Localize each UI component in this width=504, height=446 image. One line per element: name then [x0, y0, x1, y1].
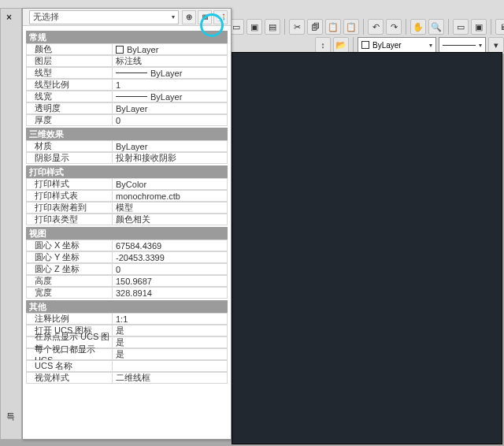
- property-label: 高度: [26, 275, 113, 287]
- chevron-down-icon: ▾: [429, 42, 432, 49]
- section-header[interactable]: 常规: [26, 31, 228, 43]
- property-value-text: monochrome.ctb: [116, 191, 180, 201]
- property-row: UCS 名称: [26, 360, 228, 372]
- property-row: 圆心 Y 坐标-20453.3399: [26, 251, 228, 263]
- section-header[interactable]: 三维效果: [26, 128, 228, 140]
- color-swatch-icon: [116, 46, 124, 54]
- pan-button[interactable]: ✋: [410, 19, 426, 35]
- property-value[interactable]: ByLayer: [113, 140, 228, 152]
- property-value[interactable]: 328.8914: [113, 287, 228, 299]
- layer-color-dropdown[interactable]: ByLayer ▾: [358, 37, 436, 53]
- property-row: 圆心 Z 坐标0: [26, 263, 228, 275]
- selection-dropdown[interactable]: 无选择 ▾: [29, 10, 179, 24]
- tool-btn[interactable]: ▣: [246, 19, 262, 35]
- property-value-text: 150.9687: [116, 277, 152, 286]
- toggle-pim-button[interactable]: ⧉: [198, 10, 212, 24]
- property-value[interactable]: monochrome.ctb: [113, 190, 228, 202]
- section-header[interactable]: 打印样式: [26, 165, 228, 178]
- property-value-text: 0: [116, 116, 120, 125]
- property-label: 每个视口都显示 UCS: [26, 348, 113, 360]
- select-objects-button[interactable]: 📑: [213, 10, 228, 24]
- property-value-text: ByLayer: [127, 45, 158, 54]
- tool-btn[interactable]: 🗐: [307, 19, 323, 35]
- close-icon[interactable]: ×: [6, 12, 12, 23]
- property-value[interactable]: -20453.3399: [113, 251, 228, 263]
- property-row: 打印表类型颜色相关: [26, 214, 228, 225]
- tool-btn[interactable]: ▤: [265, 19, 280, 35]
- property-value[interactable]: ByColor: [113, 178, 228, 190]
- property-value[interactable]: ByLayer: [113, 102, 228, 114]
- section-header[interactable]: 视图: [26, 227, 228, 240]
- property-label: 圆心 X 坐标: [26, 240, 113, 251]
- drawing-canvas[interactable]: [232, 52, 502, 444]
- chevron-down-icon: ▾: [172, 13, 175, 20]
- tool-btn[interactable]: 🖥: [495, 19, 504, 35]
- layer-btn[interactable]: 📂: [333, 37, 349, 53]
- panel-strip: × 특: [0, 8, 22, 440]
- property-value-text: 是: [116, 325, 124, 336]
- line-sample-icon: [443, 45, 476, 46]
- tool-btn[interactable]: ✂: [289, 19, 305, 35]
- lineweight-dropdown[interactable]: ▾: [439, 37, 486, 53]
- property-value[interactable]: 1:1: [113, 313, 228, 325]
- property-label: 阴影显示: [26, 152, 113, 164]
- layer-btn[interactable]: ↕: [315, 37, 331, 53]
- property-value[interactable]: 颜色相关: [113, 214, 228, 225]
- property-label: 颜色: [26, 43, 113, 55]
- property-value-text: 1:1: [116, 314, 128, 324]
- property-label: 透明度: [26, 102, 113, 114]
- property-value[interactable]: 是: [113, 336, 228, 348]
- property-value[interactable]: [113, 360, 228, 372]
- property-value[interactable]: 0: [113, 263, 228, 275]
- tool-btn[interactable]: ▭: [453, 19, 469, 35]
- property-value[interactable]: 150.9687: [113, 275, 228, 287]
- property-value-text: 模型: [116, 202, 133, 214]
- property-row: 厚度0: [26, 114, 228, 126]
- panel-body: 常规颜色ByLayer图层标注线线型ByLayer线型比例1线宽ByLayer透…: [23, 26, 231, 439]
- property-value[interactable]: 标注线: [113, 55, 228, 67]
- tool-btn[interactable]: 📋: [343, 19, 359, 35]
- property-value-text: ByLayer: [150, 92, 182, 102]
- property-label: 线型: [26, 67, 113, 79]
- layer-btn[interactable]: ▾: [488, 37, 504, 53]
- property-value[interactable]: 二维线框: [113, 372, 228, 384]
- zoom-button[interactable]: 🔍: [428, 19, 444, 35]
- undo-button[interactable]: ↶: [368, 19, 384, 35]
- property-value-text: ByLayer: [150, 69, 182, 78]
- panel-tab-label[interactable]: 특: [5, 407, 17, 415]
- tool-btn[interactable]: 📋: [325, 19, 341, 35]
- property-row: 线型比例1: [26, 79, 228, 91]
- property-value-text: 是: [116, 348, 124, 360]
- property-value[interactable]: 模型: [113, 202, 228, 214]
- property-value[interactable]: ByLayer: [113, 91, 228, 102]
- chevron-down-icon: ▾: [479, 42, 482, 49]
- property-label: 厚度: [26, 114, 113, 126]
- property-label: 线型比例: [26, 79, 113, 91]
- section-header[interactable]: 其他: [26, 300, 228, 313]
- property-row: 打印样式ByColor: [26, 178, 228, 190]
- property-value[interactable]: 0: [113, 114, 228, 126]
- tool-btn[interactable]: ▣: [471, 19, 487, 35]
- property-row: 线宽ByLayer: [26, 91, 228, 102]
- property-value[interactable]: 是: [113, 325, 228, 336]
- property-value-text: ByLayer: [116, 104, 147, 113]
- property-label: 线宽: [26, 91, 113, 102]
- property-label: 注释比例: [26, 313, 113, 325]
- panel-header: 无选择 ▾ ⊕ ⧉ 📑: [23, 9, 231, 26]
- line-sample-icon: [116, 72, 147, 73]
- property-value[interactable]: 投射和接收阴影: [113, 152, 228, 164]
- property-value[interactable]: 67584.4369: [113, 240, 228, 251]
- property-value[interactable]: ByLayer: [113, 43, 228, 55]
- property-row: 线型ByLayer: [26, 67, 228, 79]
- redo-button[interactable]: ↷: [386, 19, 402, 35]
- property-value[interactable]: ByLayer: [113, 67, 228, 79]
- quick-select-button[interactable]: ⊕: [182, 10, 196, 24]
- property-label: 视觉样式: [26, 372, 113, 384]
- property-value[interactable]: 是: [113, 348, 228, 360]
- property-value[interactable]: 1: [113, 79, 228, 91]
- property-value-text: 颜色相关: [116, 214, 150, 225]
- property-value-text: 投射和接收阴影: [116, 152, 176, 164]
- property-row: 图层标注线: [26, 55, 228, 67]
- property-row: 每个视口都显示 UCS是: [26, 348, 228, 360]
- property-label: 图层: [26, 55, 113, 67]
